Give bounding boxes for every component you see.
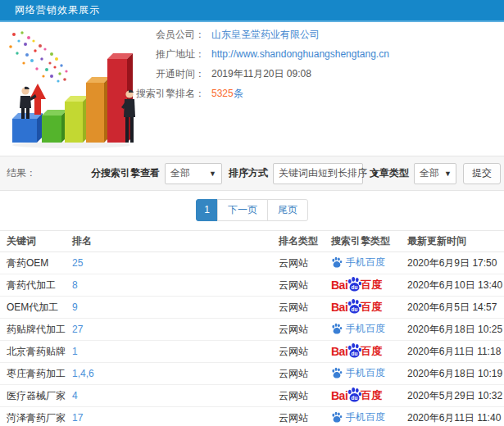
sort-filter-label: 排序方式 xyxy=(229,166,268,180)
engine-type-cell: Baidu百度 xyxy=(325,297,401,319)
svg-text:du: du xyxy=(352,395,358,401)
sort-select-value: 关键词由短到长排序 xyxy=(279,166,367,180)
keyword-cell: OEM代加工 xyxy=(0,297,66,319)
member-url-row: 推广地址： http://www.shandonghuangshengtang.… xyxy=(129,44,490,64)
table-header-row: 关键词 排名 排名类型 搜索引擎类型 最新更新时间 xyxy=(0,231,504,252)
keyword-cell: 药贴牌代加工 xyxy=(0,319,66,341)
table-row: 膏药代加工8云网站Baidu百度2020年6月10日 13:40 xyxy=(0,274,504,297)
member-rank-row: 搜索引擎排名： 5325 条 xyxy=(129,84,490,103)
updated-cell: 2020年6月10日 13:40 xyxy=(401,274,504,297)
col-updated: 最新更新时间 xyxy=(401,231,504,252)
bar-yellowgreen xyxy=(65,96,89,143)
rank-cell: 1 xyxy=(66,341,272,363)
col-rank-type: 排名类型 xyxy=(272,231,325,252)
col-engine-type: 搜索引擎类型 xyxy=(325,231,401,252)
member-open-row: 开通时间： 2019年11月20日 09:08 xyxy=(129,64,490,84)
rank-link[interactable]: 9 xyxy=(72,301,78,313)
engine-filter-label: 分搜索引擎查看 xyxy=(91,166,160,180)
engine-rank-label: 搜索引擎排名： xyxy=(129,87,205,101)
engine-type-cell: 手机百度 xyxy=(325,319,401,341)
keyword-table: 关键词 排名 排名类型 搜索引擎类型 最新更新时间 膏药OEM25云网站手机百度… xyxy=(0,230,504,426)
keyword-cell: 枣庄膏药加工 xyxy=(0,363,66,385)
rank-link[interactable]: 4 xyxy=(72,390,78,401)
mobile-baidu-logo: 手机百度 xyxy=(331,322,385,336)
engine-type-cell: 手机百度 xyxy=(325,407,401,426)
open-time-label: 开通时间： xyxy=(129,67,205,81)
mobile-baidu-logo: 手机百度 xyxy=(331,366,385,380)
member-info: 会员公司： 山东皇圣堂药业有限公司 推广地址： http://www.shand… xyxy=(129,25,490,103)
rank-type-cell: 云网站 xyxy=(272,274,325,297)
keyword-cell: 膏药OEM xyxy=(0,252,66,274)
keyword-cell: 医疗器械厂家 xyxy=(0,385,66,407)
company-link[interactable]: 山东皇圣堂药业有限公司 xyxy=(211,28,320,42)
url-label: 推广地址： xyxy=(129,48,205,61)
rank-type-cell: 云网站 xyxy=(272,407,325,426)
rank-type-cell: 云网站 xyxy=(272,385,325,407)
rank-cell: 1,4,6 xyxy=(66,363,272,385)
updated-cell: 2020年6月11日 11:40 xyxy=(401,407,504,426)
keyword-cell: 菏泽膏药厂家 xyxy=(0,407,66,426)
last-page-button[interactable]: 尾页 xyxy=(267,199,308,221)
updated-cell: 2020年5月29日 10:32 xyxy=(401,385,504,407)
baidu-paw-icon xyxy=(331,367,343,378)
article-type-select-value: 全部 xyxy=(420,166,439,180)
rank-type-cell: 云网站 xyxy=(272,341,325,363)
mobile-baidu-logo: 手机百度 xyxy=(331,410,385,424)
svg-text:du: du xyxy=(352,284,358,290)
rank-type-cell: 云网站 xyxy=(272,252,325,274)
rank-link[interactable]: 27 xyxy=(72,324,83,335)
updated-cell: 2020年6月18日 10:25 xyxy=(401,319,504,341)
table-row: 药贴牌代加工27云网站手机百度2020年6月18日 10:25 xyxy=(0,319,504,341)
rank-cell: 8 xyxy=(66,274,272,297)
updated-cell: 2020年6月18日 10:19 xyxy=(401,363,504,385)
bar-orange xyxy=(86,77,110,143)
col-keyword: 关键词 xyxy=(0,231,66,252)
rank-cell: 27 xyxy=(66,319,272,341)
rank-link[interactable]: 1 xyxy=(72,346,78,357)
member-company-row: 会员公司： 山东皇圣堂药业有限公司 xyxy=(129,25,490,44)
engine-type-cell: Baidu百度 xyxy=(325,385,401,407)
promo-url-link[interactable]: http://www.shandonghuangshengtang.cn xyxy=(211,48,389,60)
article-type-select[interactable]: 全部 ▼ xyxy=(414,163,456,184)
rank-link[interactable]: 25 xyxy=(72,257,83,269)
rank-cell: 25 xyxy=(66,252,272,274)
rank-link[interactable]: 1,4,6 xyxy=(72,368,94,379)
filter-bar: 结果： 分搜索引擎查看 全部 ▼ 排序方式 关键词由短到长排序 ▼ 文章类型 全… xyxy=(0,156,504,191)
hero-chart-image xyxy=(4,29,150,152)
keyword-cell: 北京膏药贴牌 xyxy=(0,341,66,363)
updated-cell: 2020年6月11日 11:18 xyxy=(401,341,504,363)
submit-button[interactable]: 提交 xyxy=(463,163,501,184)
rank-link[interactable]: 17 xyxy=(72,412,83,424)
engine-type-cell: 手机百度 xyxy=(325,252,401,274)
updated-cell: 2020年6月9日 17:50 xyxy=(401,252,504,274)
rank-cell: 9 xyxy=(66,297,272,319)
title-bar: 网络营销效果展示 xyxy=(0,0,504,22)
company-label: 会员公司： xyxy=(129,28,205,42)
baidu-logo: Baidu百度 xyxy=(331,276,382,295)
rank-type-cell: 云网站 xyxy=(272,363,325,385)
engine-type-cell: 手机百度 xyxy=(325,363,401,385)
engine-select-value: 全部 xyxy=(170,166,190,180)
baidu-logo: Baidu百度 xyxy=(331,298,382,317)
next-page-button[interactable]: 下一页 xyxy=(217,199,268,221)
engine-type-cell: Baidu百度 xyxy=(325,274,401,297)
col-rank: 排名 xyxy=(66,231,272,252)
engine-select[interactable]: 全部 ▼ xyxy=(165,163,222,184)
article-type-label: 文章类型 xyxy=(370,166,409,180)
baidu-paw-icon xyxy=(331,323,343,334)
page-number-current[interactable]: 1 xyxy=(196,199,218,221)
updated-cell: 2020年6月5日 14:57 xyxy=(401,297,504,319)
rank-count-unit: 条 xyxy=(234,87,243,101)
rank-link[interactable]: 8 xyxy=(72,279,78,291)
pagination: 1 下一页 尾页 xyxy=(0,199,504,221)
svg-text:du: du xyxy=(352,306,358,312)
chevron-down-icon: ▼ xyxy=(444,170,452,178)
result-label: 结果： xyxy=(7,166,36,180)
svg-text:du: du xyxy=(352,351,358,356)
rank-cell: 17 xyxy=(66,407,272,426)
open-time-value: 2019年11月20日 09:08 xyxy=(211,67,311,81)
rank-type-cell: 云网站 xyxy=(272,319,325,341)
keyword-cell: 膏药代加工 xyxy=(0,274,66,297)
sort-select[interactable]: 关键词由短到长排序 ▼ xyxy=(273,163,363,184)
bar-green xyxy=(42,110,67,143)
